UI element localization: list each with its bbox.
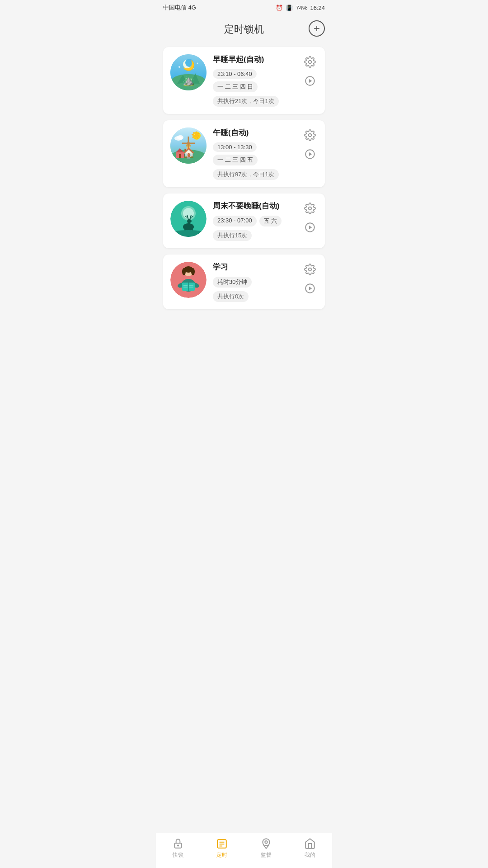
card-tags-weekend: 23:30 - 07:00 五 六 (213, 216, 296, 226)
schedule-card-early-sleep: 早睡早起(自动) 23:10 - 06:40 一 二 三 四 日 共执行21次，… (163, 47, 325, 114)
add-schedule-button[interactable] (309, 20, 325, 37)
settings-button-study[interactable] (302, 262, 318, 277)
status-bar: 中国电信 4G ⏰ 📳 74% 16:24 (156, 0, 332, 14)
svg-marker-14 (309, 79, 312, 83)
nav-label-schedule: 定时 (216, 851, 227, 859)
stat-early-sleep: 共执行21次，今日1次 (213, 96, 279, 107)
svg-point-12 (309, 61, 312, 64)
schedule-list: 早睡早起(自动) 23:10 - 06:40 一 二 三 四 日 共执行21次，… (156, 43, 332, 313)
carrier-text: 中国电信 4G (163, 4, 196, 12)
bottom-nav: 快锁 定时 监督 我的 (156, 833, 332, 868)
stat-noon: 共执行97次，今日1次 (213, 169, 279, 180)
schedule-image-early-sleep (170, 54, 206, 90)
svg-point-55 (191, 268, 195, 275)
svg-point-26 (177, 135, 183, 140)
card-actions-weekend (302, 201, 318, 235)
days-tag-noon: 一 二 三 四 五 (213, 155, 258, 165)
svg-rect-8 (185, 78, 192, 82)
card-body-weekend: 周末不要晚睡(自动) 23:30 - 07:00 五 六 共执行15次 (213, 201, 296, 241)
card-body-study: 学习 耗时30分钟 共执行0次 (213, 262, 296, 302)
svg-point-35 (183, 208, 194, 219)
svg-point-10 (197, 63, 198, 64)
play-button-study[interactable] (302, 281, 318, 296)
svg-rect-29 (179, 154, 181, 158)
settings-button-weekend[interactable] (302, 201, 318, 216)
svg-point-11 (193, 68, 194, 69)
nav-item-monitor[interactable]: 监督 (253, 838, 280, 859)
schedule-card-weekend: 周末不要晚睡(自动) 23:30 - 07:00 五 六 共执行15次 (163, 193, 325, 248)
svg-point-9 (178, 66, 180, 68)
days-tag-weekend: 五 六 (259, 216, 282, 226)
vibrate-icon: 📳 (286, 5, 293, 11)
time-range-tag-weekend: 23:30 - 07:00 (213, 216, 257, 226)
nav-item-mine[interactable]: 我的 (296, 838, 324, 859)
time-text: 16:24 (310, 5, 325, 11)
stat-weekend: 共执行15次 (213, 230, 252, 241)
status-right: ⏰ 📳 74% 16:24 (276, 5, 325, 11)
card-actions-noon (302, 127, 318, 162)
card-actions-early-sleep (302, 54, 318, 89)
card-actions-study (302, 262, 318, 296)
duration-tag-study: 耗时30分钟 (213, 277, 252, 288)
play-button-weekend[interactable] (302, 220, 318, 235)
svg-point-65 (309, 268, 312, 271)
svg-marker-50 (309, 226, 312, 230)
svg-point-4 (183, 60, 192, 69)
schedule-card-study: 学习 耗时30分钟 共执行0次 (163, 255, 325, 309)
play-button-early-sleep[interactable] (302, 73, 318, 89)
nav-item-quick-lock[interactable]: 快锁 (164, 838, 192, 859)
nav-label-mine: 我的 (305, 851, 315, 859)
card-body-early-sleep: 早睡早起(自动) 23:10 - 06:40 一 二 三 四 日 共执行21次，… (213, 54, 296, 107)
nav-label-monitor: 监督 (261, 851, 272, 859)
schedule-image-weekend (170, 201, 206, 237)
svg-point-48 (309, 207, 312, 210)
svg-rect-18 (187, 146, 190, 156)
time-range-tag-early-sleep: 23:10 - 06:40 (213, 69, 257, 79)
svg-point-69 (178, 845, 178, 846)
svg-point-3 (170, 74, 206, 90)
card-tags-early-sleep: 23:10 - 06:40 一 二 三 四 日 (213, 69, 296, 92)
svg-point-54 (182, 268, 186, 275)
svg-point-5 (185, 59, 193, 67)
stat-study: 共执行0次 (213, 291, 249, 302)
days-tag-early-sleep: 一 二 三 四 日 (213, 81, 258, 92)
schedule-card-noon: 午睡(自动) 13:00 - 13:30 一 二 三 四 五 共执行97次，今日… (163, 120, 325, 187)
play-button-noon[interactable] (302, 146, 318, 162)
page-header: 定时锁机 (156, 14, 332, 43)
card-body-noon: 午睡(自动) 13:00 - 13:30 一 二 三 四 五 共执行97次，今日… (213, 127, 296, 180)
svg-marker-67 (309, 287, 312, 291)
svg-marker-32 (309, 152, 312, 156)
svg-point-16 (192, 132, 201, 140)
card-title-study: 学习 (213, 262, 296, 272)
schedule-image-noon (170, 127, 206, 164)
settings-button-early-sleep[interactable] (302, 54, 318, 70)
card-title-early-sleep: 早睡早起(自动) (213, 54, 296, 65)
card-tags-study: 耗时30分钟 (213, 277, 296, 288)
card-title-weekend: 周末不要晚睡(自动) (213, 201, 296, 211)
schedule-image-study (170, 262, 206, 298)
battery-text: 74% (296, 5, 307, 11)
page-title: 定时锁机 (224, 23, 264, 36)
svg-point-38 (187, 219, 192, 223)
time-range-tag-noon: 13:00 - 13:30 (213, 142, 257, 152)
svg-point-24 (187, 142, 190, 145)
svg-point-30 (309, 134, 312, 137)
nav-label-quick-lock: 快锁 (173, 851, 183, 859)
svg-rect-37 (188, 222, 190, 227)
svg-point-74 (265, 841, 267, 843)
alarm-icon: ⏰ (276, 5, 283, 11)
card-title-noon: 午睡(自动) (213, 127, 296, 138)
settings-button-noon[interactable] (302, 127, 318, 143)
card-tags-noon: 13:00 - 13:30 一 二 三 四 五 (213, 142, 296, 165)
nav-item-schedule[interactable]: 定时 (208, 838, 235, 859)
